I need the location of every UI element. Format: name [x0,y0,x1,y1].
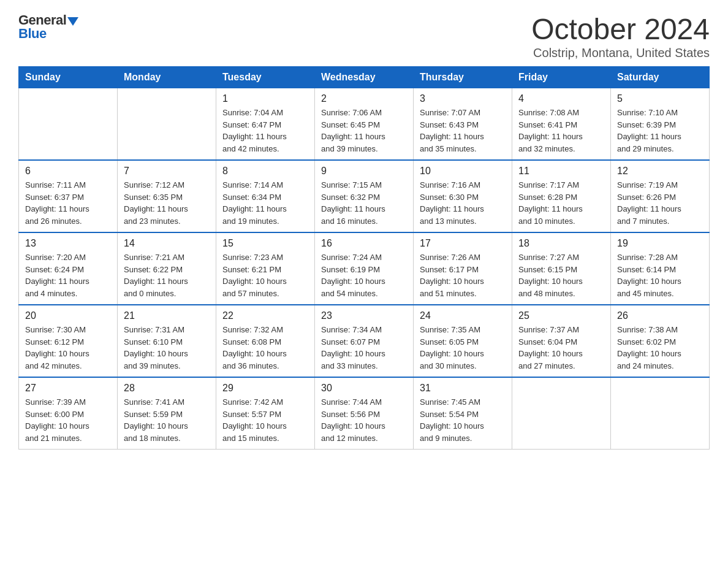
column-header-thursday: Thursday [414,67,512,88]
calendar-cell: 22Sunrise: 7:32 AM Sunset: 6:08 PM Dayli… [216,305,315,377]
calendar-cell: 14Sunrise: 7:21 AM Sunset: 6:22 PM Dayli… [118,232,216,305]
day-info: Sunrise: 7:11 AM Sunset: 6:37 PM Dayligh… [25,179,111,227]
calendar-cell: 30Sunrise: 7:44 AM Sunset: 5:56 PM Dayli… [315,377,414,450]
column-header-sunday: Sunday [19,67,118,88]
day-number: 30 [321,383,407,394]
day-info: Sunrise: 7:30 AM Sunset: 6:12 PM Dayligh… [25,324,111,372]
day-number: 19 [617,238,703,249]
day-info: Sunrise: 7:23 AM Sunset: 6:21 PM Dayligh… [222,251,308,299]
day-number: 14 [124,238,210,249]
day-number: 2 [321,93,407,104]
day-number: 29 [222,383,308,394]
calendar-cell: 17Sunrise: 7:26 AM Sunset: 6:17 PM Dayli… [414,232,512,305]
calendar-cell: 27Sunrise: 7:39 AM Sunset: 6:00 PM Dayli… [19,377,118,450]
day-info: Sunrise: 7:41 AM Sunset: 5:59 PM Dayligh… [124,396,210,444]
day-info: Sunrise: 7:17 AM Sunset: 6:28 PM Dayligh… [518,179,604,227]
day-info: Sunrise: 7:44 AM Sunset: 5:56 PM Dayligh… [321,396,407,444]
day-number: 22 [222,310,308,321]
calendar-cell: 28Sunrise: 7:41 AM Sunset: 5:59 PM Dayli… [118,377,216,450]
day-info: Sunrise: 7:35 AM Sunset: 6:05 PM Dayligh… [420,324,506,372]
day-number: 10 [420,166,506,177]
day-number: 11 [518,166,604,177]
day-info: Sunrise: 7:10 AM Sunset: 6:39 PM Dayligh… [617,107,703,155]
calendar-cell: 10Sunrise: 7:16 AM Sunset: 6:30 PM Dayli… [414,160,512,232]
calendar-cell: 20Sunrise: 7:30 AM Sunset: 6:12 PM Dayli… [19,305,118,377]
calendar-cell: 24Sunrise: 7:35 AM Sunset: 6:05 PM Dayli… [414,305,512,377]
day-info: Sunrise: 7:26 AM Sunset: 6:17 PM Dayligh… [420,251,506,299]
day-info: Sunrise: 7:39 AM Sunset: 6:00 PM Dayligh… [25,396,111,444]
calendar-cell [19,88,118,161]
calendar-cell: 16Sunrise: 7:24 AM Sunset: 6:19 PM Dayli… [315,232,414,305]
calendar-cell: 5Sunrise: 7:10 AM Sunset: 6:39 PM Daylig… [611,88,710,161]
calendar-cell: 12Sunrise: 7:19 AM Sunset: 6:26 PM Dayli… [611,160,710,232]
calendar-cell: 13Sunrise: 7:20 AM Sunset: 6:24 PM Dayli… [19,232,118,305]
day-number: 7 [124,166,210,177]
day-number: 1 [222,93,308,104]
calendar-cell: 31Sunrise: 7:45 AM Sunset: 5:54 PM Dayli… [414,377,512,450]
logo-triangle-icon [67,17,78,26]
day-number: 25 [518,310,604,321]
day-number: 27 [25,383,111,394]
day-number: 13 [25,238,111,249]
day-info: Sunrise: 7:32 AM Sunset: 6:08 PM Dayligh… [222,324,308,372]
calendar-week-row: 6Sunrise: 7:11 AM Sunset: 6:37 PM Daylig… [19,160,710,232]
day-info: Sunrise: 7:24 AM Sunset: 6:19 PM Dayligh… [321,251,407,299]
day-number: 4 [518,93,604,104]
day-number: 5 [617,93,703,104]
calendar-cell: 25Sunrise: 7:37 AM Sunset: 6:04 PM Dayli… [512,305,611,377]
calendar-cell: 3Sunrise: 7:07 AM Sunset: 6:43 PM Daylig… [414,88,512,161]
location-text: Colstrip, Montana, United States [531,46,710,60]
day-number: 15 [222,238,308,249]
calendar-cell: 1Sunrise: 7:04 AM Sunset: 6:47 PM Daylig… [216,88,315,161]
calendar-cell: 11Sunrise: 7:17 AM Sunset: 6:28 PM Dayli… [512,160,611,232]
calendar-cell [611,377,710,450]
page-header: General Blue October 2024 Colstrip, Mont… [18,12,710,60]
calendar-cell: 2Sunrise: 7:06 AM Sunset: 6:45 PM Daylig… [315,88,414,161]
calendar-cell: 26Sunrise: 7:38 AM Sunset: 6:02 PM Dayli… [611,305,710,377]
calendar-cell: 18Sunrise: 7:27 AM Sunset: 6:15 PM Dayli… [512,232,611,305]
day-number: 21 [124,310,210,321]
day-info: Sunrise: 7:27 AM Sunset: 6:15 PM Dayligh… [518,251,604,299]
day-info: Sunrise: 7:34 AM Sunset: 6:07 PM Dayligh… [321,324,407,372]
day-number: 31 [420,383,506,394]
day-info: Sunrise: 7:45 AM Sunset: 5:54 PM Dayligh… [420,396,506,444]
day-number: 23 [321,310,407,321]
day-info: Sunrise: 7:15 AM Sunset: 6:32 PM Dayligh… [321,179,407,227]
month-title: October 2024 [531,12,710,46]
day-info: Sunrise: 7:31 AM Sunset: 6:10 PM Dayligh… [124,324,210,372]
day-number: 17 [420,238,506,249]
calendar-cell [118,88,216,161]
calendar-cell: 29Sunrise: 7:42 AM Sunset: 5:57 PM Dayli… [216,377,315,450]
day-number: 6 [25,166,111,177]
day-number: 18 [518,238,604,249]
column-header-monday: Monday [118,67,216,88]
day-number: 24 [420,310,506,321]
day-number: 28 [124,383,210,394]
column-header-wednesday: Wednesday [315,67,414,88]
day-number: 16 [321,238,407,249]
calendar-cell: 6Sunrise: 7:11 AM Sunset: 6:37 PM Daylig… [19,160,118,232]
calendar-cell: 8Sunrise: 7:14 AM Sunset: 6:34 PM Daylig… [216,160,315,232]
day-number: 12 [617,166,703,177]
day-info: Sunrise: 7:28 AM Sunset: 6:14 PM Dayligh… [617,251,703,299]
day-info: Sunrise: 7:42 AM Sunset: 5:57 PM Dayligh… [222,396,308,444]
day-info: Sunrise: 7:16 AM Sunset: 6:30 PM Dayligh… [420,179,506,227]
day-number: 8 [222,166,308,177]
column-header-tuesday: Tuesday [216,67,315,88]
day-info: Sunrise: 7:19 AM Sunset: 6:26 PM Dayligh… [617,179,703,227]
day-info: Sunrise: 7:20 AM Sunset: 6:24 PM Dayligh… [25,251,111,299]
calendar-table: SundayMondayTuesdayWednesdayThursdayFrid… [18,66,710,450]
day-info: Sunrise: 7:21 AM Sunset: 6:22 PM Dayligh… [124,251,210,299]
column-header-friday: Friday [512,67,611,88]
column-header-saturday: Saturday [611,67,710,88]
calendar-week-row: 27Sunrise: 7:39 AM Sunset: 6:00 PM Dayli… [19,377,710,450]
day-info: Sunrise: 7:14 AM Sunset: 6:34 PM Dayligh… [222,179,308,227]
day-number: 9 [321,166,407,177]
day-info: Sunrise: 7:06 AM Sunset: 6:45 PM Dayligh… [321,107,407,155]
calendar-cell: 7Sunrise: 7:12 AM Sunset: 6:35 PM Daylig… [118,160,216,232]
logo-blue-text: Blue [18,26,47,42]
day-number: 20 [25,310,111,321]
day-info: Sunrise: 7:04 AM Sunset: 6:47 PM Dayligh… [222,107,308,155]
day-number: 3 [420,93,506,104]
calendar-cell: 19Sunrise: 7:28 AM Sunset: 6:14 PM Dayli… [611,232,710,305]
